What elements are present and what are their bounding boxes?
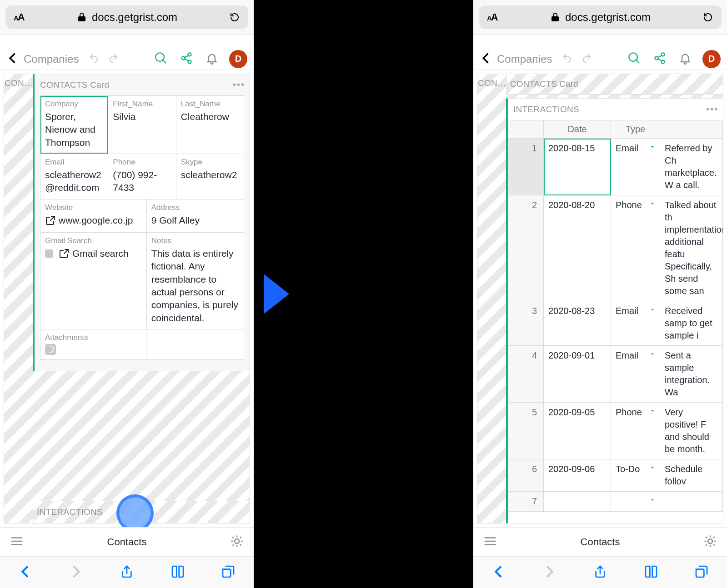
cell-notes[interactable]: Received samp to get sample i bbox=[660, 301, 723, 346]
cell-date[interactable]: 2020-09-05 bbox=[544, 403, 611, 459]
table-row: 32020-08-23EmailReceived samp to get sam… bbox=[508, 301, 723, 346]
undo-button[interactable] bbox=[557, 53, 577, 65]
browser-share-button[interactable] bbox=[120, 564, 134, 581]
field-website[interactable]: Website www.google.co.jp bbox=[40, 199, 146, 232]
app-bottom-bar: Contacts bbox=[473, 527, 727, 556]
field-phone[interactable]: Phone (700) 992-7433 bbox=[108, 154, 175, 199]
col-header-notes[interactable] bbox=[660, 120, 723, 139]
row-number[interactable]: 4 bbox=[508, 346, 544, 403]
back-button[interactable] bbox=[480, 52, 492, 66]
dropdown-icon bbox=[649, 496, 656, 506]
transition-arrow-icon bbox=[255, 0, 474, 588]
dropdown-icon bbox=[649, 200, 656, 209]
browser-tabs-button[interactable] bbox=[694, 564, 709, 581]
search-button[interactable] bbox=[623, 52, 645, 66]
field-attachments[interactable]: Attachments bbox=[40, 329, 146, 359]
table-corner bbox=[508, 120, 544, 139]
interactions-table: Date Type 12020-08-15EmailReferred by Ch… bbox=[508, 120, 723, 512]
cell-type[interactable] bbox=[611, 492, 660, 512]
field-address[interactable]: Address 9 Golf Alley bbox=[146, 199, 244, 232]
notifications-button[interactable] bbox=[201, 52, 223, 66]
field-email[interactable]: Email scleatherow2@reddit.com bbox=[40, 154, 108, 199]
browser-share-button[interactable] bbox=[593, 564, 607, 581]
contacts-card-collapsed[interactable]: CONTACTS Card bbox=[506, 74, 723, 95]
dropdown-icon bbox=[649, 306, 656, 315]
avatar[interactable]: D bbox=[229, 50, 247, 68]
browser-back-button[interactable] bbox=[491, 564, 506, 581]
panel-menu-button[interactable]: ••• bbox=[706, 104, 718, 115]
browser-forward-button[interactable] bbox=[542, 564, 557, 581]
gmail-badge-icon bbox=[45, 249, 53, 258]
row-number[interactable]: 6 bbox=[508, 459, 544, 492]
dropdown-icon bbox=[649, 143, 656, 153]
breadcrumb-doc-name[interactable]: Companies bbox=[24, 53, 79, 65]
cell-date[interactable]: 2020-09-06 bbox=[544, 459, 611, 492]
browser-tabs-button[interactable] bbox=[221, 564, 236, 581]
app-header: Companies D bbox=[0, 48, 254, 70]
text-size-button[interactable]: AA bbox=[14, 11, 24, 23]
cell-notes[interactable]: Sent a sample integration. Wa bbox=[660, 346, 723, 403]
attachment-icon[interactable] bbox=[45, 344, 56, 355]
col-header-type[interactable]: Type bbox=[611, 120, 660, 139]
notifications-button[interactable] bbox=[674, 52, 696, 66]
row-number[interactable]: 2 bbox=[508, 195, 544, 301]
share-button[interactable] bbox=[175, 52, 197, 66]
breadcrumb-doc-name[interactable]: Companies bbox=[497, 53, 552, 65]
row-number[interactable]: 1 bbox=[508, 139, 544, 195]
reload-button[interactable] bbox=[229, 12, 240, 23]
dropdown-icon bbox=[649, 407, 656, 417]
browser-forward-button[interactable] bbox=[69, 564, 83, 581]
field-last-name[interactable]: Last_Name Cleatherow bbox=[176, 96, 244, 154]
cell-notes[interactable]: Schedule follov bbox=[660, 459, 723, 492]
cell-date[interactable]: 2020-08-20 bbox=[544, 195, 611, 301]
row-number[interactable]: 5 bbox=[508, 403, 544, 459]
cell-date[interactable]: 2020-08-23 bbox=[544, 301, 611, 346]
table-row: 22020-08-20PhoneTalked about th implemen… bbox=[508, 195, 723, 301]
browser-bookmarks-button[interactable] bbox=[170, 564, 185, 581]
redo-button[interactable] bbox=[581, 53, 592, 65]
field-notes[interactable]: Notes This data is entirely fictional. A… bbox=[146, 233, 244, 329]
avatar[interactable]: D bbox=[702, 50, 721, 68]
external-link-icon[interactable] bbox=[59, 248, 70, 259]
cell-type[interactable]: Phone bbox=[611, 195, 660, 301]
cell-type[interactable]: Email bbox=[611, 139, 660, 195]
cell-notes[interactable] bbox=[660, 492, 723, 512]
row-number[interactable]: 7 bbox=[508, 492, 544, 512]
field-skype[interactable]: Skype scleatherow2 bbox=[176, 154, 244, 199]
panel-menu-button[interactable]: ••• bbox=[233, 80, 245, 90]
touch-indicator bbox=[116, 494, 154, 527]
app-bottom-bar: Contacts bbox=[0, 527, 254, 556]
share-button[interactable] bbox=[649, 52, 671, 66]
cell-date[interactable] bbox=[544, 492, 611, 512]
back-button[interactable] bbox=[6, 52, 19, 66]
cell-type[interactable]: Phone bbox=[611, 403, 660, 459]
url-text: docs.getgrist.com bbox=[92, 11, 177, 24]
cell-type[interactable]: To-Do bbox=[611, 459, 660, 492]
browser-back-button[interactable] bbox=[18, 564, 33, 581]
reload-button[interactable] bbox=[702, 12, 713, 23]
external-link-icon[interactable] bbox=[45, 215, 56, 226]
cell-date[interactable]: 2020-08-15 bbox=[544, 139, 611, 195]
row-number[interactable]: 3 bbox=[508, 301, 544, 346]
field-gmail-search[interactable]: Gmail Search Gmail search bbox=[40, 233, 146, 329]
url-pill[interactable]: AA docs.getgrist.com bbox=[479, 5, 722, 29]
cell-type[interactable]: Email bbox=[611, 346, 660, 403]
url-pill[interactable]: AA docs.getgrist.com bbox=[5, 5, 248, 29]
lock-icon bbox=[76, 12, 87, 23]
undo-button[interactable] bbox=[84, 53, 104, 65]
search-button[interactable] bbox=[150, 52, 172, 66]
cell-date[interactable]: 2020-09-01 bbox=[544, 346, 611, 403]
cell-notes[interactable]: Very positive! F and should be month. bbox=[660, 403, 723, 459]
peeked-panel-label: CON… bbox=[478, 78, 506, 88]
cell-type[interactable]: Email bbox=[611, 301, 660, 346]
redo-button[interactable] bbox=[108, 53, 119, 65]
browser-bookmarks-button[interactable] bbox=[644, 564, 658, 581]
text-size-button[interactable]: AA bbox=[487, 11, 497, 23]
panel-title: INTERACTIONS bbox=[513, 105, 579, 115]
cell-notes[interactable]: Referred by Ch marketplace. W a call. bbox=[660, 139, 723, 195]
cell-notes[interactable]: Talked about th implementation additiona… bbox=[660, 195, 723, 301]
field-company[interactable]: Company Sporer, Nienow and Thompson bbox=[40, 96, 108, 154]
col-header-date[interactable]: Date bbox=[544, 120, 611, 139]
peeked-panel-label: CON… bbox=[5, 78, 33, 88]
field-first-name[interactable]: First_Name Silvia bbox=[108, 96, 175, 154]
